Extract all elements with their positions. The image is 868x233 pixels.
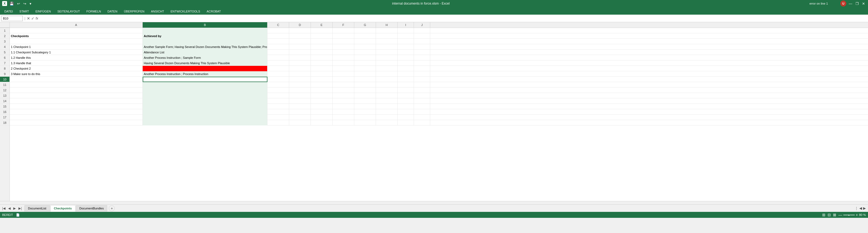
col-header-I[interactable]: I: [398, 22, 414, 28]
cell-I17[interactable]: [398, 114, 414, 120]
cell-J12[interactable]: [414, 88, 430, 93]
cell-G4[interactable]: [354, 44, 376, 49]
page-break-icon[interactable]: ⊠: [833, 213, 836, 217]
minimize-button[interactable]: —: [848, 2, 853, 6]
cell-F17[interactable]: [333, 114, 354, 120]
cell-D5[interactable]: [289, 49, 311, 55]
cell-A17[interactable]: [10, 114, 143, 120]
cell-B16[interactable]: [143, 109, 268, 114]
cell-J15[interactable]: [414, 104, 430, 109]
cell-H14[interactable]: [376, 98, 398, 104]
cell-F3[interactable]: [333, 39, 354, 44]
cell-E5[interactable]: [311, 49, 333, 55]
cell-B11[interactable]: [143, 82, 268, 88]
cell-G16[interactable]: [354, 109, 376, 114]
cell-J16[interactable]: [414, 109, 430, 114]
cell-A11[interactable]: [10, 82, 143, 88]
cell-B13[interactable]: [143, 93, 268, 98]
cell-D12[interactable]: [289, 88, 311, 93]
cell-F11[interactable]: [333, 82, 354, 88]
cell-G9[interactable]: [354, 71, 376, 77]
cell-F4[interactable]: [333, 44, 354, 49]
cell-D11[interactable]: [289, 82, 311, 88]
cell-H7[interactable]: [376, 60, 398, 66]
cell-D13[interactable]: [289, 93, 311, 98]
sheet-scroll-left[interactable]: ◀: [859, 206, 862, 210]
row-num-8[interactable]: 8: [0, 66, 9, 71]
row-num-18[interactable]: 18: [0, 120, 9, 126]
col-header-E[interactable]: E: [311, 22, 333, 28]
cell-A4[interactable]: 1 Checkpoint 1: [10, 44, 143, 49]
cell-C10[interactable]: [268, 77, 289, 82]
cell-G3[interactable]: [354, 39, 376, 44]
cell-I2[interactable]: [398, 33, 414, 39]
cell-H6[interactable]: [376, 55, 398, 60]
cell-C12[interactable]: [268, 88, 289, 93]
sheet-tab-documentlist[interactable]: DocumentList: [24, 205, 50, 211]
cell-J13[interactable]: [414, 93, 430, 98]
cell-J6[interactable]: [414, 55, 430, 60]
cell-F10[interactable]: [333, 77, 354, 82]
cell-E6[interactable]: [311, 55, 333, 60]
cell-I13[interactable]: [398, 93, 414, 98]
cell-B7[interactable]: Having Several Dozen Documents Making Th…: [143, 60, 268, 66]
cell-J10[interactable]: [414, 77, 430, 82]
cell-C14[interactable]: [268, 98, 289, 104]
cell-F12[interactable]: [333, 88, 354, 93]
cell-H1[interactable]: [376, 28, 398, 33]
cell-I11[interactable]: [398, 82, 414, 88]
cell-E9[interactable]: [311, 71, 333, 77]
cell-B5[interactable]: Attendance List: [143, 49, 268, 55]
cell-D6[interactable]: [289, 55, 311, 60]
cell-B4[interactable]: Another Sample Form; Having Several Doze…: [143, 44, 268, 49]
col-header-G[interactable]: G: [354, 22, 376, 28]
cell-E3[interactable]: [311, 39, 333, 44]
cell-A18[interactable]: [10, 120, 143, 126]
cell-G6[interactable]: [354, 55, 376, 60]
cell-E14[interactable]: [311, 98, 333, 104]
formula-input[interactable]: [39, 17, 867, 20]
cell-B9[interactable]: Another Process Instruction ; Process In…: [143, 71, 268, 77]
sheet-nav-last[interactable]: ▶|: [18, 206, 23, 211]
cell-B6[interactable]: Another Process Instruction ; Sample For…: [143, 55, 268, 60]
cell-D3[interactable]: [289, 39, 311, 44]
cell-J18[interactable]: [414, 120, 430, 126]
row-num-12[interactable]: 12: [0, 88, 9, 93]
cell-J9[interactable]: [414, 71, 430, 77]
cell-G12[interactable]: [354, 88, 376, 93]
cell-I15[interactable]: [398, 104, 414, 109]
cell-J17[interactable]: [414, 114, 430, 120]
close-button[interactable]: ✕: [861, 2, 866, 6]
cell-I4[interactable]: [398, 44, 414, 49]
save-icon[interactable]: 💾: [9, 2, 14, 6]
cell-I18[interactable]: [398, 120, 414, 126]
cell-H8[interactable]: [376, 66, 398, 71]
cell-A1[interactable]: [10, 28, 143, 33]
row-num-4[interactable]: 4: [0, 44, 9, 49]
cell-I6[interactable]: [398, 55, 414, 60]
col-header-A[interactable]: A: [10, 22, 143, 28]
col-header-F[interactable]: F: [333, 22, 354, 28]
cell-H18[interactable]: [376, 120, 398, 126]
cell-E11[interactable]: [311, 82, 333, 88]
col-header-H[interactable]: H: [376, 22, 398, 28]
sheet-scroll-right[interactable]: ▶: [863, 206, 866, 210]
cell-C18[interactable]: [268, 120, 289, 126]
cell-G7[interactable]: [354, 60, 376, 66]
normal-view-icon[interactable]: ⊞: [822, 213, 826, 217]
horizontal-scrollbar[interactable]: [0, 201, 868, 204]
cell-E2[interactable]: [311, 33, 333, 39]
undo-icon[interactable]: ↩: [16, 2, 21, 6]
cell-G1[interactable]: [354, 28, 376, 33]
ribbon-tab-acrobat[interactable]: ACROBAT: [204, 8, 224, 14]
cell-J1[interactable]: [414, 28, 430, 33]
restore-button[interactable]: ❐: [855, 2, 860, 6]
ribbon-tab-einfügen[interactable]: EINFÜGEN: [32, 8, 54, 14]
cell-I1[interactable]: [398, 28, 414, 33]
cell-E15[interactable]: [311, 104, 333, 109]
col-header-D[interactable]: D: [289, 22, 311, 28]
cell-I7[interactable]: [398, 60, 414, 66]
cell-B17[interactable]: [143, 114, 268, 120]
redo-icon[interactable]: ↪: [23, 2, 27, 6]
cell-A6[interactable]: 1.2 Handle this: [10, 55, 143, 60]
